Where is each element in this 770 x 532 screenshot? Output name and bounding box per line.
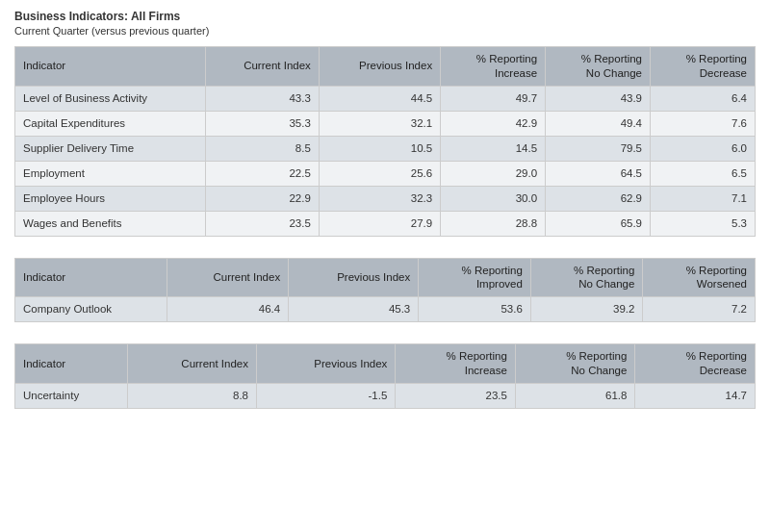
- table-cell: 61.8: [515, 384, 635, 409]
- col-previous-index-1: Previous Index: [319, 47, 440, 87]
- table-cell: 6.5: [651, 161, 756, 186]
- table-row: Employment22.525.629.064.56.5: [15, 161, 756, 186]
- table-row: Wages and Benefits23.527.928.865.95.3: [15, 211, 756, 236]
- table-cell: 7.2: [643, 297, 756, 322]
- table-cell: 46.4: [167, 297, 289, 322]
- table-cell: Uncertainty: [15, 384, 128, 409]
- table-cell: 39.2: [530, 297, 643, 322]
- page-title: Business Indicators: All Firms: [14, 10, 756, 23]
- table-cell: 8.5: [206, 136, 320, 161]
- table-cell: Employment: [15, 161, 206, 186]
- table-cell: 35.3: [206, 111, 320, 136]
- table-cell: 22.5: [206, 161, 320, 186]
- table-cell: 27.9: [319, 211, 440, 236]
- col-reporting-nochange-3: % ReportingNo Change: [515, 344, 635, 384]
- table-cell: 23.5: [396, 384, 516, 409]
- col-reporting-decrease-1: % ReportingDecrease: [651, 47, 756, 87]
- col-indicator-3: Indicator: [15, 344, 128, 384]
- table-cell: Capital Expenditures: [15, 111, 206, 136]
- table-cell: 43.3: [206, 86, 320, 111]
- table-cell: 28.8: [441, 211, 546, 236]
- col-indicator-1: Indicator: [15, 47, 206, 87]
- table-cell: 79.5: [546, 136, 651, 161]
- table-cell: 45.3: [289, 297, 419, 322]
- table-row: Capital Expenditures35.332.142.949.47.6: [15, 111, 756, 136]
- table-cell: 14.5: [441, 136, 546, 161]
- section1-header-row: Indicator Current Index Previous Index %…: [15, 47, 756, 87]
- col-current-index-2: Current Index: [167, 258, 289, 297]
- section3-header-row: Indicator Current Index Previous Index %…: [15, 344, 756, 384]
- col-current-index-3: Current Index: [127, 344, 256, 384]
- table-row: Employee Hours22.932.330.062.97.1: [15, 186, 756, 211]
- page-subtitle: Current Quarter (versus previous quarter…: [14, 25, 756, 37]
- col-previous-index-3: Previous Index: [257, 344, 396, 384]
- table-cell: 43.9: [546, 86, 651, 111]
- col-reporting-increase-1: % ReportingIncrease: [441, 47, 546, 87]
- table-cell: Level of Business Activity: [15, 86, 206, 111]
- table-cell: 25.6: [319, 161, 440, 186]
- table-row: Uncertainty8.8-1.523.561.814.7: [15, 384, 756, 409]
- table-cell: 64.5: [546, 161, 651, 186]
- table-cell: 6.0: [651, 136, 756, 161]
- col-indicator-2: Indicator: [15, 258, 167, 297]
- table-cell: -1.5: [257, 384, 396, 409]
- table-row: Level of Business Activity43.344.549.743…: [15, 86, 756, 111]
- col-reporting-worsened-2: % ReportingWorsened: [643, 258, 756, 297]
- table-cell: 29.0: [441, 161, 546, 186]
- table-cell: 49.4: [546, 111, 651, 136]
- table-cell: 5.3: [651, 211, 756, 236]
- table-cell: Company Outlook: [15, 297, 167, 322]
- table-cell: 7.1: [651, 186, 756, 211]
- section3: Indicator Current Index Previous Index %…: [14, 343, 756, 409]
- table-cell: 53.6: [419, 297, 531, 322]
- table-cell: 23.5: [206, 211, 320, 236]
- table-cell: 32.1: [319, 111, 440, 136]
- table-row: Supplier Delivery Time8.510.514.579.56.0: [15, 136, 756, 161]
- table-cell: 22.9: [206, 186, 320, 211]
- section1: Indicator Current Index Previous Index %…: [14, 46, 756, 237]
- table-cell: Employee Hours: [15, 186, 206, 211]
- table-cell: 30.0: [441, 186, 546, 211]
- table-cell: 10.5: [319, 136, 440, 161]
- col-reporting-nochange-1: % ReportingNo Change: [546, 47, 651, 87]
- table-row: Company Outlook46.445.353.639.27.2: [15, 297, 756, 322]
- col-current-index-1: Current Index: [206, 47, 320, 87]
- table-cell: 65.9: [546, 211, 651, 236]
- table-cell: 32.3: [319, 186, 440, 211]
- col-reporting-increase-3: % ReportingIncrease: [396, 344, 516, 384]
- col-previous-index-2: Previous Index: [289, 258, 419, 297]
- table-cell: 8.8: [127, 384, 256, 409]
- table-cell: Supplier Delivery Time: [15, 136, 206, 161]
- table-cell: 6.4: [651, 86, 756, 111]
- table-cell: 44.5: [319, 86, 440, 111]
- table-cell: 7.6: [651, 111, 756, 136]
- table-cell: 62.9: [546, 186, 651, 211]
- table-cell: 42.9: [441, 111, 546, 136]
- table-cell: 14.7: [635, 384, 756, 409]
- col-reporting-decrease-3: % ReportingDecrease: [635, 344, 756, 384]
- col-reporting-nochange-2: % ReportingNo Change: [530, 258, 643, 297]
- col-reporting-improved-2: % ReportingImproved: [419, 258, 531, 297]
- table-cell: 49.7: [441, 86, 546, 111]
- section2-header-row: Indicator Current Index Previous Index %…: [15, 258, 756, 297]
- section2: Indicator Current Index Previous Index %…: [14, 258, 756, 323]
- table-cell: Wages and Benefits: [15, 211, 206, 236]
